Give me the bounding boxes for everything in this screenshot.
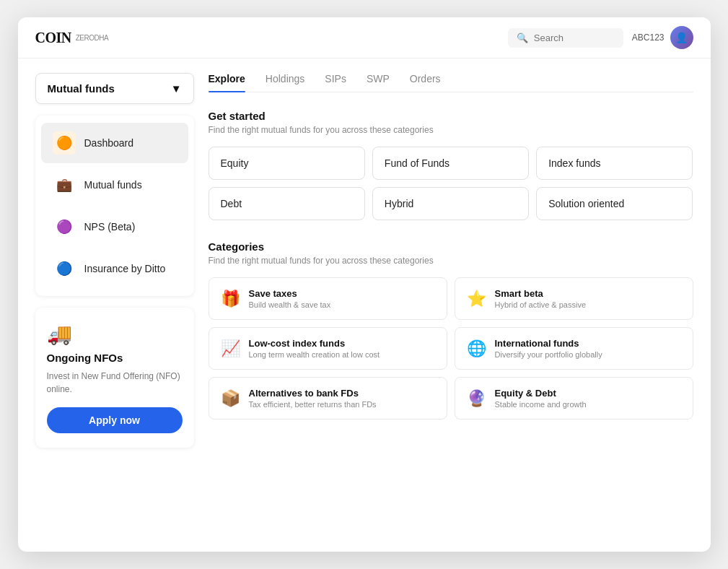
dropdown-label: Mutual funds [48, 82, 115, 95]
sidebar-item-nps[interactable]: 🟣 NPS (Beta) [41, 207, 188, 247]
nps-icon: 🟣 [53, 215, 76, 238]
main-window: COIN ZERODHA 🔍 ABC123 👤 Mutual funds ▼ [18, 17, 711, 552]
smart-beta-icon: ⭐ [467, 290, 486, 308]
alternatives-fd-icon: 📦 [221, 389, 240, 408]
logo: COIN ZERODHA [35, 30, 109, 46]
nfo-card: 🚚 Ongoing NFOs Invest in New Fund Offeri… [35, 308, 194, 448]
apply-now-button[interactable]: Apply now [47, 407, 183, 433]
alternatives-fd-title: Alternatives to bank FDs [249, 388, 377, 399]
chevron-down-icon: ▼ [171, 82, 182, 95]
fund-type-debt[interactable]: Debt [209, 187, 365, 220]
low-cost-index-title: Low-cost index funds [249, 338, 380, 349]
logo-zerodha-text: ZERODHA [76, 34, 108, 42]
equity-debt-icon: 🔮 [467, 389, 486, 408]
content-area: Explore Holdings SIPs SWP Orders Get sta… [209, 73, 693, 537]
nav-card: 🟠 Dashboard 💼 Mutual funds 🟣 NPS (Beta) … [35, 116, 194, 296]
category-international[interactable]: 🌐 International funds Diversify your por… [455, 327, 693, 370]
sidebar: Mutual funds ▼ 🟠 Dashboard 💼 Mutual fund… [35, 73, 194, 537]
international-desc: Diversify your portfolio globally [495, 350, 602, 359]
category-smart-beta[interactable]: ⭐ Smart beta Hybrid of active & passive [455, 277, 693, 320]
smart-beta-title: Smart beta [495, 288, 587, 299]
sidebar-item-mutual-funds-label: Mutual funds [84, 179, 142, 191]
category-alternatives-fd[interactable]: 📦 Alternatives to bank FDs Tax efficient… [209, 377, 447, 420]
equity-debt-info: Equity & Debt Stable income and growth [495, 388, 587, 409]
main-layout: Mutual funds ▼ 🟠 Dashboard 💼 Mutual fund… [18, 58, 711, 552]
sidebar-item-dashboard[interactable]: 🟠 Dashboard [41, 123, 188, 163]
low-cost-index-icon: 📈 [221, 339, 240, 358]
low-cost-index-info: Low-cost index funds Long term wealth cr… [249, 338, 380, 359]
alternatives-fd-desc: Tax efficient, better returns than FDs [249, 400, 377, 409]
categories-desc: Find the right mutual funds for you acro… [209, 256, 693, 266]
mutual-funds-icon: 💼 [53, 173, 76, 196]
tab-orders[interactable]: Orders [410, 73, 441, 92]
search-icon: 🔍 [517, 32, 528, 43]
fund-type-equity[interactable]: Equity [209, 147, 365, 180]
search-input[interactable] [534, 32, 615, 43]
sidebar-item-dashboard-label: Dashboard [84, 137, 134, 149]
sidebar-item-mutual-funds[interactable]: 💼 Mutual funds [41, 165, 188, 205]
international-info: International funds Diversify your portf… [495, 338, 602, 359]
categories-title: Categories [209, 240, 693, 253]
save-taxes-title: Save taxes [249, 288, 331, 299]
category-save-taxes[interactable]: 🎁 Save taxes Build wealth & save tax [209, 277, 447, 320]
mutual-funds-dropdown[interactable]: Mutual funds ▼ [35, 73, 194, 104]
alternatives-fd-info: Alternatives to bank FDs Tax efficient, … [249, 388, 377, 409]
get-started-title: Get started [209, 110, 693, 122]
fund-type-grid: Equity Fund of Funds Index funds Debt Hy… [209, 147, 693, 220]
search-box[interactable]: 🔍 [508, 28, 623, 48]
sidebar-item-insurance[interactable]: 🔵 Insurance by Ditto [41, 248, 188, 289]
save-taxes-info: Save taxes Build wealth & save tax [249, 288, 331, 309]
sidebar-item-insurance-label: Insurance by Ditto [84, 263, 166, 274]
avatar[interactable]: 👤 [670, 26, 693, 49]
low-cost-index-desc: Long term wealth creation at low cost [249, 350, 380, 359]
nfo-title: Ongoing NFOs [47, 352, 183, 364]
tab-explore[interactable]: Explore [209, 73, 245, 92]
category-low-cost-index[interactable]: 📈 Low-cost index funds Long term wealth … [209, 327, 447, 370]
save-taxes-desc: Build wealth & save tax [249, 300, 331, 309]
fund-type-hybrid[interactable]: Hybrid [372, 187, 529, 220]
sidebar-item-nps-label: NPS (Beta) [84, 221, 136, 233]
tab-holdings[interactable]: Holdings [266, 73, 304, 92]
nfo-desc: Invest in New Fund Offering (NFO) online… [47, 370, 183, 396]
equity-debt-desc: Stable income and growth [495, 400, 587, 409]
header: COIN ZERODHA 🔍 ABC123 👤 [18, 17, 711, 58]
user-info: ABC123 👤 [632, 26, 693, 49]
fund-type-index-funds[interactable]: Index funds [536, 147, 693, 180]
tab-swp[interactable]: SWP [367, 73, 390, 92]
header-right: 🔍 ABC123 👤 [508, 26, 693, 49]
smart-beta-info: Smart beta Hybrid of active & passive [495, 288, 587, 309]
tabs: Explore Holdings SIPs SWP Orders [209, 73, 693, 92]
international-title: International funds [495, 338, 602, 349]
fund-type-fund-of-funds[interactable]: Fund of Funds [372, 147, 529, 180]
smart-beta-desc: Hybrid of active & passive [495, 300, 587, 309]
international-icon: 🌐 [467, 339, 486, 358]
get-started-desc: Find the right mutual funds for you acro… [209, 125, 693, 135]
truck-icon: 🚚 [47, 322, 183, 346]
user-id: ABC123 [632, 32, 665, 43]
logo-coin-text: COIN [35, 30, 71, 46]
equity-debt-title: Equity & Debt [495, 388, 587, 399]
tab-sips[interactable]: SIPs [325, 73, 346, 92]
categories-grid: 🎁 Save taxes Build wealth & save tax ⭐ S… [209, 277, 693, 420]
dashboard-icon: 🟠 [53, 131, 76, 155]
fund-type-solution-oriented[interactable]: Solution oriented [536, 187, 693, 220]
save-taxes-icon: 🎁 [221, 290, 240, 308]
insurance-icon: 🔵 [53, 257, 76, 280]
category-equity-debt[interactable]: 🔮 Equity & Debt Stable income and growth [455, 377, 693, 420]
